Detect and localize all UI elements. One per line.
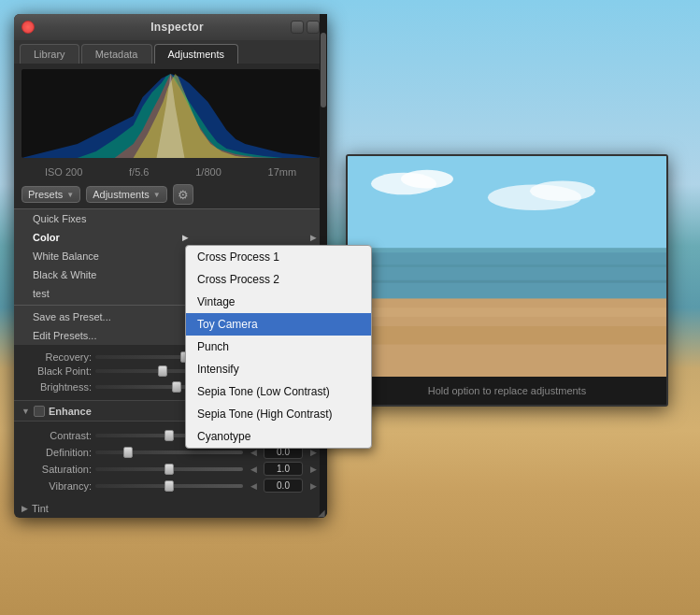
preset-quick-fixes[interactable]: Quick Fixes <box>14 209 327 228</box>
window-controls <box>291 21 320 34</box>
submenu-intensify[interactable]: Intensify <box>186 358 371 380</box>
svg-point-10 <box>530 181 595 202</box>
window-title: Inspector <box>35 21 320 34</box>
submenu-cross-process-1[interactable]: Cross Process 1 <box>186 246 371 268</box>
black-point-thumb[interactable] <box>158 365 167 377</box>
submenu-punch[interactable]: Punch <box>186 336 371 358</box>
svg-point-8 <box>401 170 453 189</box>
photo-frame: Hold option to replace adjustments <box>346 154 668 407</box>
iso-value: ISO 200 <box>45 166 82 178</box>
submenu-sepia-low[interactable]: Sepia Tone (Low Contrast) <box>186 380 371 403</box>
vibrancy-row: Vibrancy: ◀ 0.0 ▶ <box>21 479 320 493</box>
saturation-right-arrow[interactable]: ▶ <box>307 465 320 474</box>
vibrancy-right-arrow[interactable]: ▶ <box>307 481 320 491</box>
submenu-cyanotype[interactable]: Cyanotype <box>186 425 371 448</box>
presets-list: Quick Fixes Color ▶ White Balance ▶ Blac… <box>14 208 327 345</box>
svg-rect-12 <box>348 248 666 252</box>
zoom-button[interactable] <box>307 21 320 34</box>
inspector-panel: Inspector Library Metadata Adjustments I… <box>14 14 327 518</box>
tint-label: Tint <box>32 503 49 514</box>
tab-metadata[interactable]: Metadata <box>81 44 152 64</box>
saturation-thumb[interactable] <box>164 464 174 475</box>
vibrancy-value[interactable]: 0.0 <box>264 479 303 493</box>
submenu-toy-camera[interactable]: Toy Camera <box>186 313 371 336</box>
definition-right-arrow[interactable]: ▶ <box>307 448 320 457</box>
aperture-value: f/5.6 <box>129 166 149 178</box>
focal-value: 17mm <box>268 166 297 178</box>
photo-info: ISO 200 f/5.6 1/800 17mm <box>14 164 327 180</box>
recovery-label: Recovery: <box>21 351 92 363</box>
tab-adjustments[interactable]: Adjustments <box>154 44 239 64</box>
saturation-row: Saturation: ◀ 1.0 ▶ <box>21 462 320 476</box>
saturation-left-arrow[interactable]: ◀ <box>247 465 260 474</box>
photo-preview <box>348 156 666 377</box>
vibrancy-left-arrow[interactable]: ◀ <box>247 481 260 491</box>
vibrancy-label: Vibrancy: <box>21 480 92 492</box>
enhance-checkbox[interactable] <box>34 406 45 417</box>
presets-dropdown[interactable]: Presets ▼ <box>21 186 80 203</box>
svg-rect-14 <box>348 280 666 283</box>
adjustments-dropdown[interactable]: Adjustments ▼ <box>86 186 166 203</box>
tint-section: ▶ Tint <box>14 499 327 518</box>
definition-thumb[interactable] <box>123 447 133 458</box>
inspector-titlebar: Inspector <box>14 14 327 40</box>
tab-bar: Library Metadata Adjustments <box>14 40 327 64</box>
color-submenu: Cross Process 1 Cross Process 2 Vintage … <box>185 245 372 449</box>
tint-triangle[interactable]: ▶ <box>21 504 28 513</box>
brightness-thumb[interactable] <box>172 381 181 393</box>
contrast-thumb[interactable] <box>164 430 174 441</box>
shutter-value: 1/800 <box>195 166 221 178</box>
dropdown-arrow-2: ▼ <box>153 191 161 199</box>
toolbar: Presets ▼ Adjustments ▼ ⚙ <box>14 180 327 208</box>
submenu-sepia-high[interactable]: Sepia Tone (High Contrast) <box>186 403 371 425</box>
dropdown-arrow: ▼ <box>66 191 74 199</box>
svg-rect-17 <box>348 326 666 345</box>
vibrancy-track[interactable] <box>95 484 243 488</box>
scrollbar-thumb[interactable] <box>321 33 326 107</box>
submenu-cross-process-2[interactable]: Cross Process 2 <box>186 268 371 291</box>
close-button[interactable] <box>21 21 35 34</box>
preset-color[interactable]: Color ▶ <box>14 228 327 247</box>
contrast-label: Contrast: <box>21 430 92 441</box>
vibrancy-thumb[interactable] <box>164 480 174 492</box>
saturation-track[interactable] <box>95 467 243 471</box>
submenu-vintage[interactable]: Vintage <box>186 291 371 313</box>
definition-track[interactable] <box>95 451 243 454</box>
photo-caption: Hold option to replace adjustments <box>348 377 666 405</box>
minimize-button[interactable] <box>291 21 304 34</box>
definition-left-arrow[interactable]: ◀ <box>247 448 260 457</box>
tab-library[interactable]: Library <box>20 44 79 64</box>
svg-rect-16 <box>348 308 666 317</box>
resize-handle[interactable]: ◢ <box>316 507 327 518</box>
brightness-label: Brightness: <box>21 381 92 393</box>
svg-rect-13 <box>348 265 666 267</box>
enhance-triangle[interactable]: ▼ <box>21 407 30 416</box>
saturation-value[interactable]: 1.0 <box>264 462 303 476</box>
black-point-label: Black Point: <box>21 365 92 377</box>
definition-label: Definition: <box>21 447 92 458</box>
histogram <box>21 69 320 158</box>
gear-button[interactable]: ⚙ <box>173 184 193 205</box>
saturation-label: Saturation: <box>21 464 92 475</box>
